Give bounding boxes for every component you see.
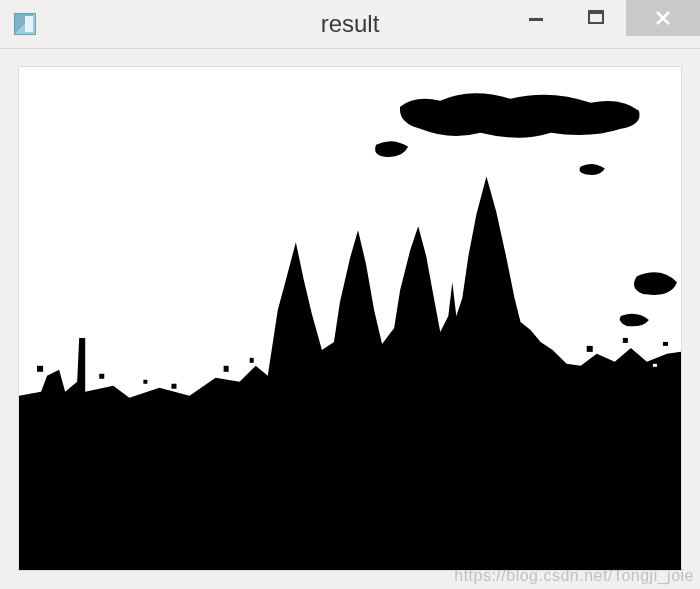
result-image xyxy=(18,66,682,571)
svg-rect-10 xyxy=(224,366,229,372)
maximize-button[interactable] xyxy=(566,0,626,36)
svg-rect-9 xyxy=(171,384,176,389)
svg-rect-11 xyxy=(250,358,254,363)
close-button[interactable] xyxy=(626,0,700,36)
svg-rect-7 xyxy=(99,374,104,379)
svg-rect-13 xyxy=(623,338,628,343)
app-window: result xyxy=(0,0,700,589)
svg-rect-15 xyxy=(428,256,431,259)
maximize-icon xyxy=(587,9,605,27)
titlebar[interactable]: result xyxy=(0,0,700,49)
app-icon xyxy=(14,13,36,35)
svg-rect-2 xyxy=(589,11,603,14)
svg-rect-12 xyxy=(587,346,593,352)
svg-rect-6 xyxy=(37,366,43,372)
svg-rect-16 xyxy=(653,364,657,367)
minimize-button[interactable] xyxy=(506,0,566,36)
svg-rect-8 xyxy=(143,380,147,384)
client-area xyxy=(0,48,700,589)
binary-image-content xyxy=(19,67,681,570)
window-controls xyxy=(506,0,700,48)
close-icon xyxy=(653,8,673,28)
watermark-text: https://blog.csdn.net/Tongji_joie xyxy=(454,567,694,585)
svg-rect-0 xyxy=(529,18,543,21)
minimize-icon xyxy=(527,9,545,27)
svg-rect-14 xyxy=(663,342,668,346)
